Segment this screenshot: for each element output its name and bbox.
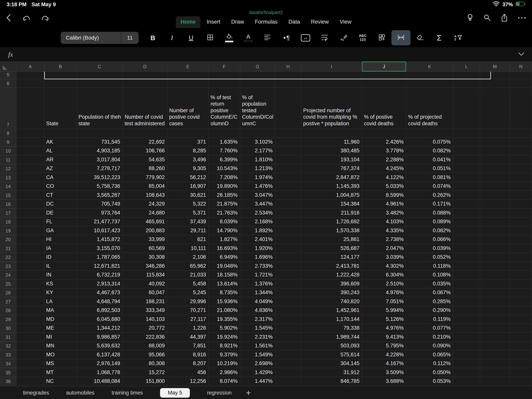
cell-C5[interactable] xyxy=(76,72,123,79)
number-format-button[interactable]: ABC 123 xyxy=(353,28,372,48)
cell-J23[interactable]: 4.302% xyxy=(362,262,406,270)
cell-D20[interactable]: 33,999 xyxy=(123,235,167,244)
cell-H9[interactable] xyxy=(275,138,301,147)
cell-K7[interactable]: % of projected covid deaths xyxy=(406,88,453,129)
cell-E31[interactable]: 44,397 xyxy=(167,333,209,341)
cell-M35[interactable] xyxy=(480,368,510,377)
cell-E33[interactable]: 8,916 xyxy=(167,350,209,359)
ribbon-tab-review[interactable]: Review xyxy=(306,16,334,28)
cell-M12[interactable] xyxy=(480,164,510,173)
cell-K24[interactable]: 0.108% xyxy=(406,270,453,280)
cell-D15[interactable]: 108,643 xyxy=(123,191,167,200)
cell-G27[interactable]: 4.049% xyxy=(240,297,275,306)
cell-J29[interactable]: 5.126% xyxy=(362,315,406,324)
row-header-14[interactable]: 14 xyxy=(0,182,16,191)
cell-J13[interactable]: 4.122% xyxy=(362,173,406,182)
cell-F12[interactable]: 10.543% xyxy=(209,164,240,173)
merge-cells-button[interactable]: ↔ xyxy=(296,28,315,48)
cell-H23[interactable] xyxy=(275,262,301,270)
cell-D22[interactable]: 30,308 xyxy=(123,253,167,262)
cell-K26[interactable]: 0.067% xyxy=(406,288,453,297)
cell-F35[interactable]: 2.986% xyxy=(209,368,240,377)
cell-K14[interactable]: 0.074% xyxy=(406,182,453,191)
cell-L31[interactable] xyxy=(453,333,480,341)
cell-H11[interactable] xyxy=(275,155,301,164)
cell-C33[interactable]: 6,137,428 xyxy=(76,350,123,359)
cell-E10[interactable]: 8,285 xyxy=(167,147,209,155)
cell-J28[interactable]: 5.994% xyxy=(362,306,406,315)
cell-G24[interactable]: 1.721% xyxy=(240,270,275,280)
row-header-6[interactable]: 6 xyxy=(0,79,16,88)
row-header-31[interactable]: 31 xyxy=(0,333,16,341)
cell-J7[interactable]: % of postive covid deaths xyxy=(362,88,406,129)
column-header-L[interactable]: L xyxy=(453,62,480,72)
fill-color-button[interactable] xyxy=(220,28,239,48)
cell-A8[interactable] xyxy=(16,129,44,138)
cell-D31[interactable]: 222,836 xyxy=(123,333,167,341)
cell-D18[interactable]: 465,691 xyxy=(123,217,167,226)
cell-C11[interactable]: 3,017,804 xyxy=(76,155,123,164)
cell-F16[interactable]: 21.875% xyxy=(209,200,240,209)
cell-N30[interactable] xyxy=(510,324,532,333)
cell-G15[interactable]: 3.047% xyxy=(240,191,275,200)
cell-A24[interactable] xyxy=(16,270,44,280)
row-header-19[interactable]: 19 xyxy=(0,226,16,235)
cell-D6[interactable] xyxy=(123,79,167,88)
cell-D34[interactable]: 80,308 xyxy=(123,359,167,368)
cell-A6[interactable] xyxy=(16,79,44,88)
cell-G19[interactable]: 1.892% xyxy=(240,226,275,235)
cell-N23[interactable] xyxy=(510,262,532,270)
cell-H8[interactable] xyxy=(275,129,301,138)
cell-J10[interactable]: 3.778% xyxy=(362,147,406,155)
cell-G29[interactable]: 2.317% xyxy=(240,315,275,324)
cell-J9[interactable]: 2.426% xyxy=(362,138,406,147)
cell-I10[interactable]: 380,485 xyxy=(301,147,362,155)
cell-M7[interactable] xyxy=(480,88,510,129)
cell-J20[interactable]: 2.738% xyxy=(362,235,406,244)
cell-M13[interactable] xyxy=(480,173,510,182)
cell-K6[interactable] xyxy=(406,79,453,88)
italic-button[interactable]: I xyxy=(162,28,182,48)
row-header-5[interactable]: 5 xyxy=(0,72,16,79)
cell-B29[interactable]: MD xyxy=(44,315,76,324)
row-header-34[interactable]: 34 xyxy=(0,359,16,368)
row-header-35[interactable]: 35 xyxy=(0,368,16,377)
cell-G34[interactable]: 2.698% xyxy=(240,359,275,368)
cell-F7[interactable]: % of test return positive ColumnE/Column… xyxy=(209,88,240,129)
cell-H18[interactable] xyxy=(275,217,301,226)
row-header-33[interactable]: 33 xyxy=(0,350,16,359)
cell-F29[interactable]: 19.355% xyxy=(209,315,240,324)
cell-C23[interactable]: 12,671,821 xyxy=(76,262,123,270)
cell-E27[interactable]: 29,996 xyxy=(167,297,209,306)
cell-G22[interactable]: 1.696% xyxy=(240,253,275,262)
column-header-J[interactable]: J xyxy=(362,62,406,72)
cell-F32[interactable]: 8.921% xyxy=(209,341,240,350)
cell-J11[interactable]: 2.288% xyxy=(362,155,406,164)
cell-F34[interactable]: 10.219% xyxy=(209,359,240,368)
cell-K18[interactable]: 0.089% xyxy=(406,217,453,226)
row-header-27[interactable]: 27 xyxy=(0,297,16,306)
cell-D25[interactable]: 40,092 xyxy=(123,279,167,288)
cell-M36[interactable] xyxy=(480,377,510,386)
cell-I25[interactable]: 396,609 xyxy=(301,279,362,288)
cell-A20[interactable] xyxy=(16,235,44,244)
cell-B17[interactable]: DE xyxy=(44,208,76,217)
ribbon-tab-insert[interactable]: Insert xyxy=(202,16,225,28)
sheet-tab-training-times[interactable]: training times xyxy=(112,390,143,396)
font-size[interactable]: 11 xyxy=(121,32,139,43)
cell-C6[interactable] xyxy=(76,79,123,88)
ribbon-tab-home[interactable]: Home xyxy=(176,16,200,28)
cell-M15[interactable] xyxy=(480,191,510,200)
cell-K23[interactable]: 0.118% xyxy=(406,262,453,270)
cell-N33[interactable] xyxy=(510,350,532,359)
cell-I15[interactable]: 1,004,875 xyxy=(301,191,362,200)
cell-J19[interactable]: 4.335% xyxy=(362,226,406,235)
cell-B18[interactable]: FL xyxy=(44,217,76,226)
cell-A31[interactable] xyxy=(16,333,44,341)
cell-I7[interactable]: Projected number of covid from multiplin… xyxy=(301,88,362,129)
cell-L13[interactable] xyxy=(453,173,480,182)
column-header-N[interactable]: N xyxy=(510,62,532,72)
cell-I14[interactable]: 1,145,393 xyxy=(301,182,362,191)
cell-G30[interactable]: 1.545% xyxy=(240,324,275,333)
cell-B15[interactable]: CT xyxy=(44,191,76,200)
